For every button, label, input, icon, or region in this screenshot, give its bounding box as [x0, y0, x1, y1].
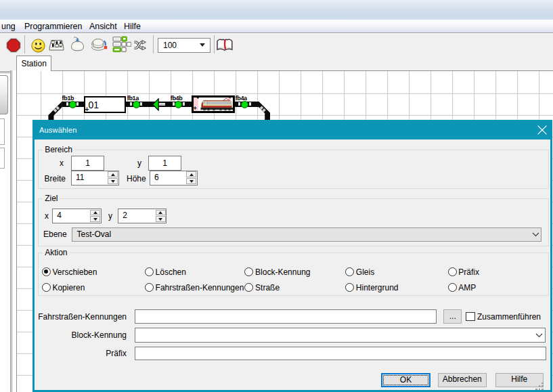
svg-text:+: + [194, 105, 197, 112]
